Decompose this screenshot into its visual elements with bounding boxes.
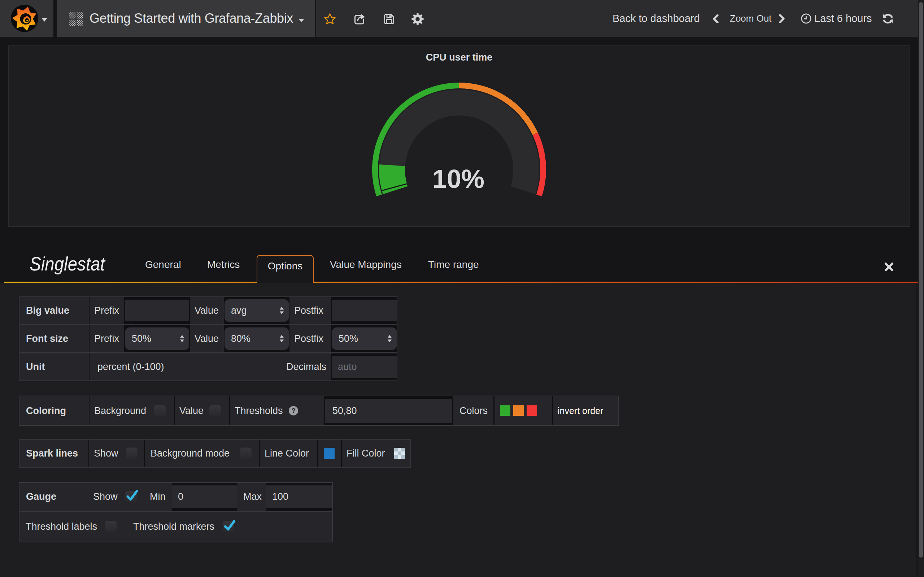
svg-text:?: ? [291, 407, 296, 414]
